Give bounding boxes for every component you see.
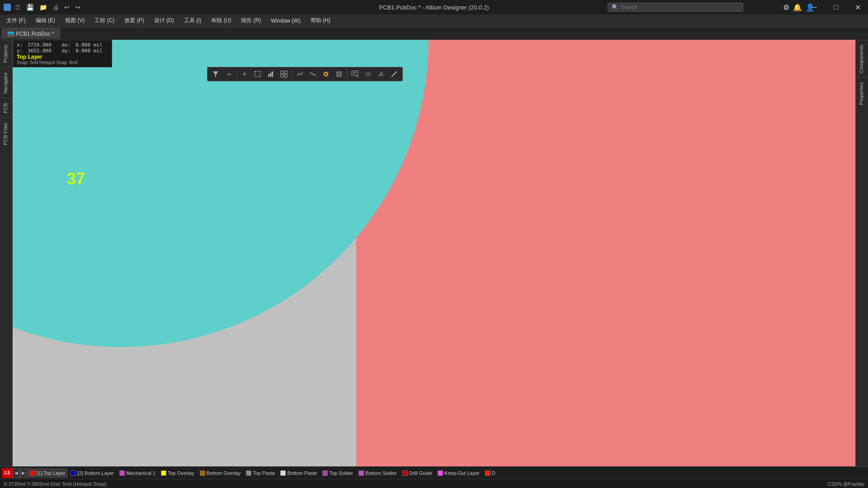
layer-label-bottom-overlay: Bottom Overlay	[207, 470, 241, 476]
left-panel: Projects Navigator PCB PCB Filter	[0, 40, 13, 466]
sidebar-item-components[interactable]: Components	[856, 40, 868, 77]
svg-rect-8	[284, 75, 287, 77]
maximize-button[interactable]: □	[826, 0, 846, 14]
notification-icon[interactable]: 🔔	[793, 3, 802, 12]
right-panel: Components Properties	[855, 40, 868, 466]
layer-bottom[interactable]: [2] Bottom Layer	[68, 468, 117, 478]
pcb-toolbar: ⇒ +	[207, 67, 403, 81]
menu-project[interactable]: 工程 (C)	[90, 15, 119, 26]
search-box[interactable]: 🔍	[608, 3, 743, 12]
toolbar-route[interactable]	[293, 68, 306, 80]
tab-pcb1[interactable]: PCB1.PcbDoc *	[2, 28, 60, 39]
status-coordinates: X:3720mil Y:3655mil Grid: 5mil (Hotspot …	[4, 481, 106, 487]
close-button[interactable]: ✕	[847, 0, 868, 14]
sep1	[236, 70, 237, 79]
dy-label: dy:	[61, 48, 71, 54]
layer-drill-guide[interactable]: Drill Guide	[400, 468, 435, 478]
toolbar-shape[interactable]	[333, 68, 345, 80]
toolbar-line[interactable]	[388, 68, 401, 80]
layer-prev-btn[interactable]: ◀	[13, 468, 20, 478]
layer-bottom-solder[interactable]: Bottom Solder	[356, 468, 400, 478]
svg-rect-3	[270, 73, 271, 77]
menu-window[interactable]: Window (W)	[266, 16, 305, 26]
layer-d[interactable]: D	[482, 468, 498, 478]
print-icon[interactable]: 🖨	[51, 3, 61, 12]
layer-color-drill-guide	[402, 470, 408, 476]
tab-icon	[8, 32, 14, 36]
layer-label-mech1: Mechanical 1	[126, 470, 156, 476]
search-input[interactable]	[620, 4, 733, 10]
toolbar-text[interactable]: A	[375, 68, 387, 80]
layer-top-solder[interactable]: Top Solder	[320, 468, 356, 478]
redo-icon[interactable]: ↪	[73, 3, 82, 12]
layer-top-paste[interactable]: Top Paste	[243, 468, 278, 478]
menu-report[interactable]: 报告 (R)	[236, 15, 265, 26]
toolbar-via[interactable]	[320, 68, 332, 80]
menu-file[interactable]: 文件 (F)	[2, 15, 30, 26]
active-layer-name: Top Layer	[17, 54, 108, 60]
layer-top[interactable]: [1] Top Layer	[27, 468, 68, 478]
toolbar-grid[interactable]	[278, 68, 290, 80]
layer-label-d: D	[492, 470, 495, 476]
svg-marker-0	[213, 71, 218, 77]
layer-next-btn[interactable]: ▶	[20, 468, 27, 478]
sidebar-item-properties[interactable]: Properties	[856, 77, 868, 109]
toolbar-chart[interactable]	[264, 68, 277, 80]
layer-label-ls: LS	[2, 468, 13, 478]
layer-color-d	[485, 470, 491, 476]
layer-label-drill-guide: Drill Guide	[409, 470, 432, 476]
layer-color-bottom-solder	[359, 470, 364, 476]
toolbar-pad[interactable]: 10	[362, 68, 374, 80]
layer-label-keepout: Keep-Out Layer	[444, 470, 480, 476]
layer-color-top-paste	[246, 470, 251, 476]
menu-help[interactable]: 帮助 (H)	[306, 15, 335, 26]
save-icon[interactable]: 💾	[24, 3, 36, 12]
svg-rect-12	[352, 71, 358, 75]
layer-label-top-solder: Top Solder	[329, 470, 353, 476]
new-icon[interactable]: 🗋	[13, 3, 23, 12]
layer-bottom-paste[interactable]: Bottom Paste	[278, 468, 320, 478]
open-icon[interactable]: 📁	[38, 3, 49, 12]
svg-line-16	[392, 71, 397, 77]
tabbar: PCB1.PcbDoc *	[0, 27, 868, 40]
svg-rect-6	[284, 71, 287, 74]
top-paste-layer	[356, 40, 855, 466]
menu-edit[interactable]: 编辑 (E)	[31, 15, 60, 26]
pcb-canvas[interactable]: 37	[13, 40, 855, 466]
y-value: 3655.000	[28, 48, 52, 54]
layer-label-bottom-solder: Bottom Solder	[365, 470, 397, 476]
svg-rect-11	[337, 72, 341, 76]
layer-color-mech1	[119, 470, 125, 476]
menu-place[interactable]: 放置 (P)	[120, 15, 148, 26]
canvas-area: ⇒ +	[13, 40, 855, 466]
layer-bottom-overlay[interactable]: Bottom Overlay	[197, 468, 244, 478]
layer-mech1[interactable]: Mechanical 1	[117, 468, 158, 478]
minimize-button[interactable]: ─	[804, 0, 825, 14]
settings-icon[interactable]: ⚙	[783, 3, 789, 12]
toolbar-loop[interactable]	[307, 68, 319, 80]
toolbar-query[interactable]	[349, 68, 361, 80]
menu-view[interactable]: 视图 (V)	[61, 15, 89, 26]
snap-info: Snap: 5mil Hotspot Snap: 8mil	[17, 60, 108, 65]
menu-tools[interactable]: 工具 (I)	[179, 15, 206, 26]
menu-design[interactable]: 设计 (D)	[150, 15, 179, 26]
dx-value: 0.000 mil	[75, 42, 103, 48]
menu-route[interactable]: 布线 (U)	[207, 15, 236, 26]
toolbar-select-rect[interactable]	[251, 68, 264, 80]
sidebar-item-pcb-filter[interactable]: PCB Filter	[0, 117, 12, 150]
layer-top-overlay[interactable]: Top Overlay	[158, 468, 197, 478]
layer-keepout[interactable]: Keep-Out Layer	[435, 468, 482, 478]
sidebar-item-pcb[interactable]: PCB	[0, 98, 12, 118]
sidebar-item-projects[interactable]: Projects	[0, 40, 12, 67]
layer-color-bottom-overlay	[200, 470, 205, 476]
layer-color-top	[30, 470, 35, 476]
svg-marker-15	[356, 75, 359, 77]
svg-rect-7	[281, 75, 283, 77]
toolbar-add[interactable]: +	[238, 68, 251, 80]
search-icon: 🔍	[612, 4, 618, 10]
tab-label: PCB1.PcbDoc *	[16, 31, 54, 37]
undo-icon[interactable]: ↩	[62, 3, 71, 12]
toolbar-highlight[interactable]: ⇒	[222, 68, 235, 80]
toolbar-filter[interactable]	[209, 68, 222, 80]
sidebar-item-navigator[interactable]: Navigator	[0, 67, 12, 98]
